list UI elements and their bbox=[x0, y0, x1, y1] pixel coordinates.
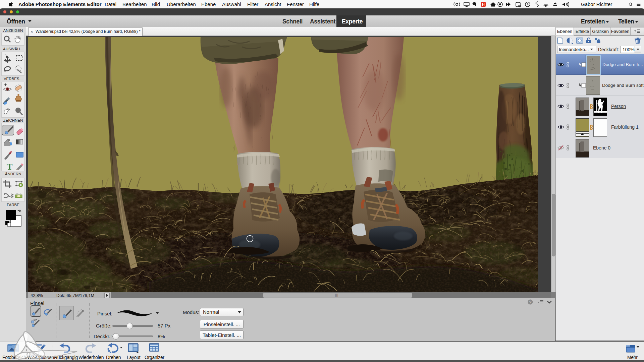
svg-text:T: T bbox=[7, 162, 12, 170]
svg-text:H: H bbox=[482, 2, 485, 6]
svg-text:?: ? bbox=[529, 300, 532, 304]
